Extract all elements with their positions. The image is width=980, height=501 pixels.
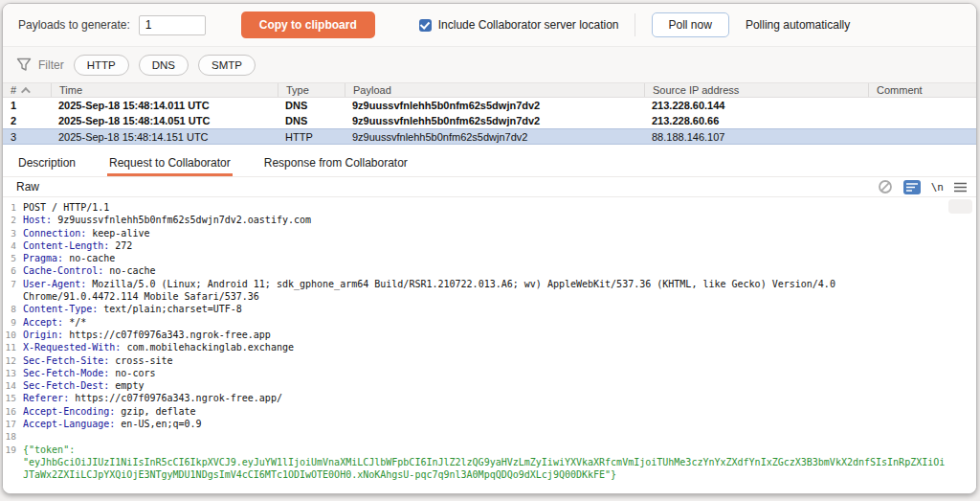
filter-funnel-icon[interactable] bbox=[16, 57, 32, 72]
filter-pill-http[interactable]: HTTP bbox=[74, 55, 129, 76]
line-number bbox=[3, 468, 23, 481]
raw-toolbar: Raw \n bbox=[3, 177, 976, 197]
cell-comment bbox=[868, 98, 976, 113]
code-line: 17Accept-Language: en-US,en;q=0.9 bbox=[3, 418, 976, 430]
line-number bbox=[3, 290, 23, 303]
code-text: Sec-Fetch-Site: cross-site bbox=[23, 354, 173, 367]
code-text: User-Agent: Mozilla/5.0 (Linux; Android … bbox=[23, 278, 835, 290]
checkbox-checked-icon[interactable] bbox=[419, 19, 432, 32]
code-text: Pragma: no-cache bbox=[23, 252, 115, 264]
code-text: Host: 9z9uussvfnlehh5b0nfm62s5dwjn7dv2.o… bbox=[23, 214, 311, 226]
filter-bar: Filter HTTP DNS SMTP bbox=[3, 46, 976, 82]
code-text: "eyJhbGciOiJIUzI1NiIsInR5cCI6IkpXVCJ9.ey… bbox=[23, 456, 945, 468]
wrap-lines-icon[interactable] bbox=[903, 180, 921, 194]
code-text: JTaWx2ZXIiLCJpYXQiOjE3NTgyMDU1NDgsImV4cC… bbox=[23, 468, 616, 481]
code-text: Accept-Language: en-US,en;q=0.9 bbox=[23, 418, 202, 430]
line-number: 4 bbox=[3, 239, 23, 252]
tab-request-to-collaborator[interactable]: Request to Collaborator bbox=[107, 152, 233, 176]
code-line: Chrome/91.0.4472.114 Mobile Safari/537.3… bbox=[3, 290, 976, 303]
line-number: 1 bbox=[3, 201, 23, 214]
collaborator-window: Payloads to generate: Copy to clipboard … bbox=[2, 3, 977, 494]
request-editor: 1POST / HTTP/1.12Host: 9z9uussvfnlehh5b0… bbox=[3, 197, 976, 493]
code-line: 1POST / HTTP/1.1 bbox=[3, 201, 976, 214]
cell-type: DNS bbox=[278, 98, 345, 113]
column-header-time[interactable]: Time bbox=[51, 83, 278, 97]
cell-time: 2025-Sep-18 15:48:14.051 UTC bbox=[51, 113, 278, 128]
line-number: 14 bbox=[3, 379, 23, 392]
table-row[interactable]: 1 2025-Sep-18 15:48:14.011 UTC DNS 9z9uu… bbox=[3, 98, 976, 113]
code-line: 13Sec-Fetch-Mode: no-cors bbox=[3, 367, 976, 379]
editor-scrollbar[interactable] bbox=[948, 199, 972, 214]
line-number: 5 bbox=[3, 252, 23, 264]
line-number: 18 bbox=[3, 430, 23, 443]
include-location-label: Include Collaborator server location bbox=[438, 18, 619, 32]
code-line: 4Content-Length: 272 bbox=[3, 239, 976, 252]
polling-status-text: Polling automatically bbox=[746, 18, 850, 32]
detail-tabs: Description Request to Collaborator Resp… bbox=[3, 152, 976, 177]
line-number: 17 bbox=[3, 418, 23, 430]
filter-pill-smtp[interactable]: SMTP bbox=[198, 55, 256, 76]
cell-type: HTTP bbox=[278, 129, 345, 144]
code-text: X-Requested-With: com.mobilehackinglab.e… bbox=[23, 341, 294, 353]
line-number: 11 bbox=[3, 341, 23, 353]
cell-comment bbox=[868, 113, 976, 128]
copy-to-clipboard-button[interactable]: Copy to clipboard bbox=[241, 11, 375, 38]
poll-now-button[interactable]: Poll now bbox=[652, 12, 729, 37]
code-line: "eyJhbGciOiJIUzI1NiIsInR5cCI6IkpXVCJ9.ey… bbox=[3, 456, 976, 468]
interactions-table-header: # Time Type Payload Source IP address Co… bbox=[3, 82, 976, 98]
highlight-disabled-icon[interactable] bbox=[878, 179, 893, 194]
line-number: 12 bbox=[3, 354, 23, 367]
table-row[interactable]: 2 2025-Sep-18 15:48:14.051 UTC DNS 9z9uu… bbox=[3, 113, 976, 128]
cell-payload: 9z9uussvfnlehh5b0nfm62s5dwjn7dv2 bbox=[345, 129, 644, 144]
code-text: Connection: keep-alive bbox=[23, 227, 149, 239]
code-line: 5Pragma: no-cache bbox=[3, 252, 976, 264]
code-text: Accept-Encoding: gzip, deflate bbox=[23, 405, 196, 418]
line-number: 13 bbox=[3, 367, 23, 379]
code-text: Content-Type: text/plain;charset=UTF-8 bbox=[23, 303, 242, 315]
line-number: 10 bbox=[3, 329, 23, 341]
tab-description[interactable]: Description bbox=[16, 152, 78, 176]
code-line: 3Connection: keep-alive bbox=[3, 227, 976, 239]
filter-pill-dns[interactable]: DNS bbox=[139, 55, 189, 76]
column-header-comment[interactable]: Comment bbox=[868, 83, 976, 97]
code-line: 7User-Agent: Mozilla/5.0 (Linux; Android… bbox=[3, 278, 976, 290]
code-line: 11X-Requested-With: com.mobilehackinglab… bbox=[3, 341, 976, 353]
line-number: 8 bbox=[3, 303, 23, 315]
cell-source-ip: 213.228.60.144 bbox=[644, 98, 868, 113]
table-row-selected[interactable]: 3 2025-Sep-18 15:48:14.151 UTC HTTP 9z9u… bbox=[3, 128, 976, 145]
payloads-count-input[interactable] bbox=[139, 15, 206, 35]
editor-menu-icon[interactable] bbox=[954, 182, 967, 193]
subtab-raw[interactable]: Raw bbox=[16, 180, 39, 194]
request-editor-lines: 1POST / HTTP/1.12Host: 9z9uussvfnlehh5b0… bbox=[3, 201, 976, 482]
code-text: Chrome/91.0.4472.114 Mobile Safari/537.3… bbox=[23, 290, 259, 303]
code-text: Content-Length: 272 bbox=[23, 239, 132, 252]
line-number: 7 bbox=[3, 278, 23, 290]
toolbar-divider bbox=[635, 13, 635, 36]
cell-source-ip: 88.188.146.107 bbox=[644, 129, 868, 144]
column-header-type[interactable]: Type bbox=[278, 83, 345, 97]
code-line: 14Sec-Fetch-Dest: empty bbox=[3, 379, 976, 392]
cell-time: 2025-Sep-18 15:48:14.151 UTC bbox=[51, 129, 278, 144]
line-number bbox=[3, 456, 23, 468]
code-text: Referer: https://c07f0976a343.ngrok-free… bbox=[23, 392, 282, 404]
include-location-checkbox-row[interactable]: Include Collaborator server location bbox=[419, 18, 619, 32]
tab-response-from-collaborator[interactable]: Response from Collaborator bbox=[262, 152, 410, 176]
code-line: 9Accept: */* bbox=[3, 316, 976, 329]
code-text: Sec-Fetch-Mode: no-cors bbox=[23, 367, 155, 379]
code-line: 15Referer: https://c07f0976a343.ngrok-fr… bbox=[3, 392, 976, 404]
code-text: {"token": bbox=[23, 444, 75, 456]
line-number: 16 bbox=[3, 405, 23, 418]
cell-number: 2 bbox=[3, 113, 51, 128]
show-newlines-icon[interactable]: \n bbox=[931, 181, 944, 194]
top-toolbar: Payloads to generate: Copy to clipboard … bbox=[3, 4, 976, 46]
column-header-number[interactable]: # bbox=[3, 83, 51, 97]
editor-icon-group: \n bbox=[878, 179, 967, 194]
code-text: Origin: https://c07f0976a343.ngrok-free.… bbox=[23, 329, 271, 341]
code-line: JTaWx2ZXIiLCJpYXQiOjE3NTgyMDU1NDgsImV4cC… bbox=[3, 468, 976, 481]
column-header-source-ip[interactable]: Source IP address bbox=[644, 83, 868, 97]
code-text: Accept: */* bbox=[23, 316, 86, 329]
column-header-payload[interactable]: Payload bbox=[345, 83, 644, 97]
code-line: 10Origin: https://c07f0976a343.ngrok-fre… bbox=[3, 329, 976, 341]
payloads-to-generate-label: Payloads to generate: bbox=[18, 18, 130, 32]
code-line: 19{"token": bbox=[3, 444, 976, 456]
